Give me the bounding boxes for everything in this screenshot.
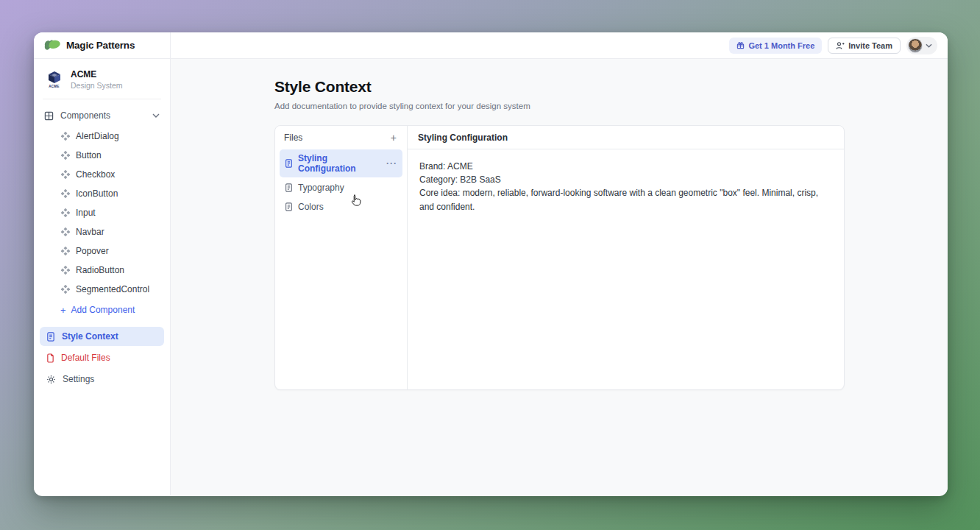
plus-icon: +	[60, 305, 66, 315]
gift-icon	[736, 41, 745, 49]
sidebar-item-alertdialog[interactable]: AlertDialog	[34, 127, 170, 146]
page-title: Style Context	[274, 78, 948, 96]
document-icon	[285, 159, 293, 168]
divider	[43, 99, 161, 99]
content-line: Category: B2B SaaS	[419, 173, 832, 186]
sidebar-item-segmentedcontrol[interactable]: SegmentedControl	[34, 280, 170, 299]
user-avatar	[908, 38, 923, 53]
file-item-label: Styling Configuration	[298, 153, 381, 174]
add-component-button[interactable]: + Add Component	[34, 299, 170, 321]
workspace-subtitle: Design System	[71, 81, 123, 90]
brand-logo-text: Magic Patterns	[66, 40, 135, 51]
workspace-switcher[interactable]: ACME ACME Design System	[34, 63, 170, 97]
file-item-label: Colors	[298, 202, 324, 212]
nav-label: Default Files	[61, 353, 110, 363]
files-panel: Files + Styling Configuration ···	[275, 126, 408, 389]
component-icon	[61, 208, 70, 217]
add-component-label: Add Component	[71, 305, 135, 315]
component-icon	[61, 247, 70, 255]
files-header-label: Files	[284, 132, 302, 143]
sidebar-item-default-files[interactable]: Default Files	[40, 348, 164, 367]
invite-team-label: Invite Team	[848, 41, 892, 50]
file-content-panel: Styling Configuration Brand: ACME Catego…	[408, 126, 844, 389]
user-plus-icon	[836, 41, 845, 50]
file-content-body[interactable]: Brand: ACME Category: B2B SaaS Core idea…	[408, 149, 844, 224]
brand-logo[interactable]: Magic Patterns	[34, 32, 171, 58]
get-month-free-label: Get 1 Month Free	[748, 41, 814, 50]
content-line: Core idea: modern, reliable, forward-loo…	[419, 186, 832, 213]
file-item-styling-configuration[interactable]: Styling Configuration ···	[280, 149, 402, 177]
sidebar-item-style-context[interactable]: Style Context	[40, 327, 164, 346]
add-file-button[interactable]: +	[389, 132, 398, 143]
sidebar: ACME ACME Design System Components	[34, 59, 171, 495]
magic-patterns-logo-icon	[43, 39, 61, 52]
component-label: SegmentedControl	[76, 284, 149, 294]
document-icon	[46, 332, 55, 342]
component-icon	[61, 189, 70, 198]
chevron-down-icon	[152, 113, 160, 118]
sidebar-nav: Style Context Default Files Set	[34, 327, 170, 389]
top-bar: Magic Patterns Get 1 Month Free	[34, 32, 948, 59]
gear-icon	[46, 375, 56, 384]
file-content-header: Styling Configuration	[408, 126, 844, 149]
main-content: Style Context Add documentation to provi…	[171, 59, 948, 495]
acme-logo-label: ACME	[49, 85, 59, 88]
component-label: Navbar	[76, 227, 104, 237]
file-options-button[interactable]: ···	[386, 158, 397, 169]
invite-team-button[interactable]: Invite Team	[828, 38, 901, 54]
component-icon	[61, 170, 70, 179]
sidebar-item-settings[interactable]: Settings	[40, 370, 164, 389]
component-label: AlertDialog	[76, 131, 119, 141]
acme-logo-icon: ACME	[44, 71, 64, 88]
component-label: IconButton	[76, 188, 118, 199]
sidebar-item-button[interactable]: Button	[34, 146, 170, 165]
content-line: Brand: ACME	[419, 160, 832, 173]
component-icon	[61, 227, 70, 236]
top-bar-actions: Get 1 Month Free Invite Team	[171, 32, 948, 58]
workspace-name: ACME	[71, 69, 123, 80]
sidebar-item-input[interactable]: Input	[34, 203, 170, 222]
components-section-toggle[interactable]: Components	[34, 102, 170, 127]
component-label: Button	[76, 150, 102, 160]
component-label: Input	[76, 208, 96, 218]
sidebar-item-navbar[interactable]: Navbar	[34, 222, 170, 241]
component-label: Popover	[76, 246, 109, 256]
file-item-typography[interactable]: Typography	[280, 179, 402, 197]
app-window: Magic Patterns Get 1 Month Free	[34, 32, 948, 496]
page-subtitle: Add documentation to provide styling con…	[274, 102, 948, 110]
nav-label: Style Context	[62, 331, 118, 342]
component-icon	[61, 285, 70, 294]
file-item-label: Typography	[298, 183, 344, 193]
file-icon	[46, 353, 54, 363]
component-icon	[61, 266, 70, 275]
chevron-down-icon	[926, 43, 932, 48]
file-item-colors[interactable]: Colors	[280, 198, 402, 216]
component-label: Checkbox	[76, 169, 115, 180]
document-icon	[285, 183, 293, 192]
files-panel-header: Files +	[275, 126, 407, 149]
sidebar-item-iconbutton[interactable]: IconButton	[34, 184, 170, 203]
components-header-label: Components	[60, 110, 110, 121]
nav-label: Settings	[63, 374, 94, 384]
component-label: RadioButton	[76, 265, 124, 275]
style-context-card: Files + Styling Configuration ···	[274, 125, 845, 390]
sidebar-item-radiobutton[interactable]: RadioButton	[34, 261, 170, 280]
sidebar-item-popover[interactable]: Popover	[34, 241, 170, 261]
grid-icon	[44, 111, 54, 121]
account-menu[interactable]	[906, 37, 937, 54]
sidebar-item-checkbox[interactable]: Checkbox	[34, 165, 170, 184]
component-icon	[61, 151, 70, 160]
component-icon	[61, 132, 70, 141]
document-icon	[285, 202, 293, 211]
get-month-free-button[interactable]: Get 1 Month Free	[729, 38, 822, 54]
